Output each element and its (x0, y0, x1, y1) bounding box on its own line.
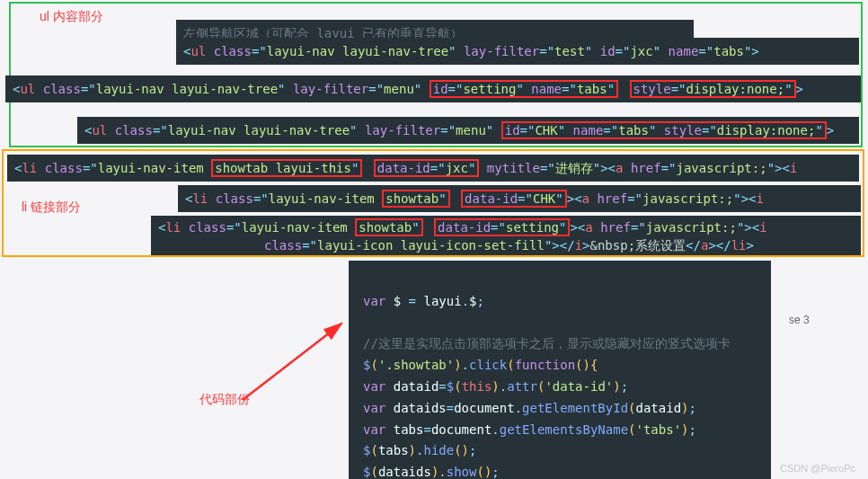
li-section-label: li 链接部分 (22, 200, 81, 216)
code-strip-li-chk[interactable]: <li class="layui-nav-item showtab" data-… (178, 185, 861, 212)
code-strip-li-jxc[interactable]: <li class="layui-nav-item showtab layui-… (7, 155, 859, 182)
code-strip-ul-setting[interactable]: <ul class="layui-nav layui-nav-tree" lay… (5, 75, 861, 102)
ul-section-label: ul 内容部分 (40, 9, 103, 25)
code-comment: //这里是实现点击顶部选项卡之后，显示或隐藏对应的竖式选项卡 (363, 336, 731, 350)
code-strip-ul-jxc[interactable]: <ul class="layui-nav layui-nav-tree" lay… (176, 38, 859, 65)
js-code-block[interactable]: var $ = layui.$; //这里是实现点击顶部选项卡之后，显示或隐藏对… (349, 261, 771, 479)
bg-text-se3: se 3 (789, 314, 810, 326)
code-section-label: 代码部份 (199, 392, 250, 408)
annotation-arrow-icon (234, 315, 359, 416)
code-strip-li-setting[interactable]: <li class="layui-nav-item showtab" data-… (151, 216, 861, 255)
svg-line-0 (243, 324, 341, 400)
code-strip-ul-chk[interactable]: <ul class="layui-nav layui-nav-tree" lay… (77, 117, 859, 144)
watermark: CSDN @PieroPc (780, 463, 855, 474)
